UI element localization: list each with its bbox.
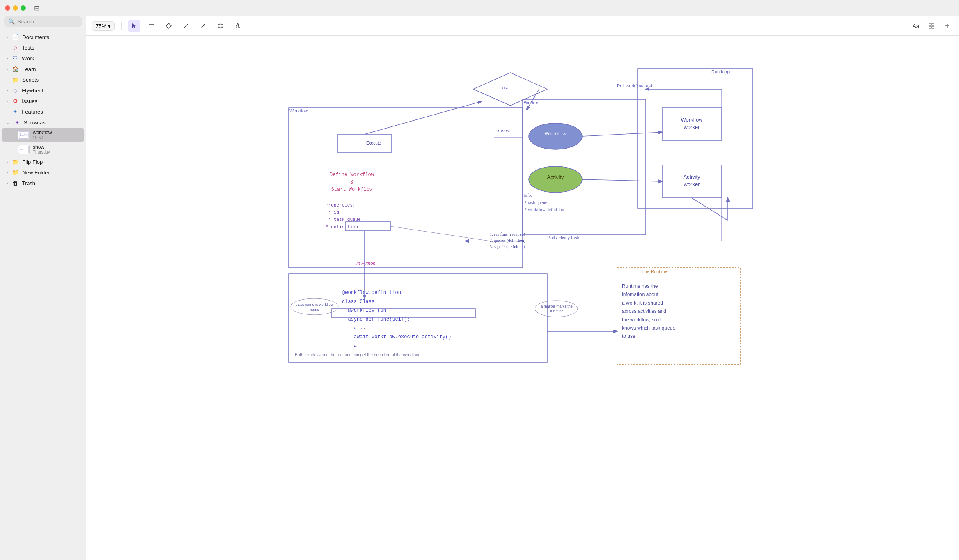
document-icon: 📄 (12, 34, 19, 40)
minimize-button[interactable] (13, 5, 18, 11)
rectangle-tool-button[interactable] (145, 20, 158, 32)
diamond-icon: ◇ (12, 87, 18, 94)
sidebar-item-issues[interactable]: › ⚙ Issues (2, 96, 84, 106)
in-python-label: In Python (356, 261, 375, 266)
svg-line-45 (692, 198, 728, 220)
shield-icon: 🛡 (12, 55, 18, 62)
toolbar: 75% ▾ A Aa + (86, 16, 959, 36)
traffic-lights (5, 5, 26, 11)
svg-rect-19 (523, 99, 646, 235)
chevron-icon: › (7, 181, 8, 186)
show-item-time: Thursday (33, 150, 50, 154)
sidebar-sub-item-workflow[interactable]: workflow 19:50 (2, 128, 84, 142)
gear-icon: ⚙ (12, 98, 18, 104)
titlebar: ⊞ (0, 0, 959, 16)
sidebar: 🔍 Search › 📄 Documents › ◇ Tests › 🛡 Wor… (0, 0, 86, 560)
runtime-label: The Runtime (642, 269, 668, 274)
diamond-icon: ◇ (12, 44, 18, 51)
sidebar-item-label: Work (22, 55, 34, 62)
chevron-icon: › (7, 56, 8, 61)
sidebar-toggle-button[interactable]: ⊞ (34, 4, 39, 12)
svg-text:show: show (20, 148, 24, 150)
diamond-tool-button[interactable] (163, 20, 175, 32)
chevron-icon: › (7, 110, 8, 114)
close-button[interactable] (5, 5, 10, 11)
sidebar-item-label: Learn (22, 66, 36, 72)
svg-rect-15 (932, 26, 934, 28)
zoom-selector[interactable]: 75% ▾ (92, 21, 115, 31)
svg-rect-14 (929, 26, 931, 28)
svg-rect-0 (19, 131, 28, 138)
workflow-item-name: workflow (33, 130, 52, 135)
font-size-button[interactable]: Aa (910, 20, 922, 32)
workflow-item-meta: workflow 19:50 (33, 130, 52, 140)
run-loop-label: Run loop (711, 69, 730, 74)
svg-line-31 (365, 101, 482, 134)
add-button[interactable]: + (941, 20, 953, 32)
info-text: Info: * task queue * workflow definition (523, 192, 564, 213)
grid-button[interactable] (925, 20, 938, 32)
sidebar-item-documents[interactable]: › 📄 Documents (2, 32, 84, 42)
sidebar-item-label: Scripts (22, 77, 39, 83)
activity-worker-label: Activityworker (667, 173, 716, 188)
svg-rect-6 (149, 24, 154, 28)
marker-note: a marker marks the run func (538, 304, 575, 314)
toolbar-separator (121, 22, 122, 30)
worker-box-label: Worker (524, 100, 538, 105)
sidebar-item-label: Documents (22, 34, 49, 40)
svg-line-8 (184, 24, 188, 28)
sidebar-item-work[interactable]: › 🛡 Work (2, 53, 84, 63)
zoom-chevron-icon: ▾ (108, 23, 111, 29)
chevron-icon: › (7, 88, 8, 93)
svg-line-36 (582, 179, 662, 181)
sidebar-item-label: Tests (22, 45, 34, 51)
xxx-label: xxx (501, 85, 508, 90)
search-input[interactable]: 🔍 Search (4, 16, 82, 27)
poll-activity-label: Poll activity task (547, 235, 579, 240)
sidebar-item-trash[interactable]: › 🗑 Trash (2, 178, 84, 188)
sidebar-item-learn[interactable]: › 🏠 Learn (2, 64, 84, 74)
arrow-tool-button[interactable] (197, 20, 209, 32)
svg-marker-7 (166, 23, 171, 28)
sidebar-item-label: New Folder (22, 170, 49, 176)
chevron-icon: › (7, 67, 8, 71)
show-thumbnail: show (18, 145, 30, 154)
folder-icon: 📁 (12, 169, 19, 176)
sidebar-item-scripts[interactable]: › 📁 Scripts (2, 75, 84, 85)
chevron-icon: › (7, 99, 8, 103)
sidebar-item-label: Flywheel (22, 87, 43, 94)
class-name-note: class name is workflow name (295, 303, 334, 312)
show-item-name: show (33, 144, 50, 150)
sidebar-item-label: Flip Flop (22, 159, 43, 165)
svg-rect-13 (932, 23, 934, 25)
sidebar-item-tests[interactable]: › ◇ Tests (2, 43, 84, 53)
code-footer: Both the class and the run func can get … (295, 353, 419, 357)
zoom-label: 75% (96, 23, 106, 29)
svg-line-33 (527, 89, 539, 110)
chevron-down-icon: ⌄ (7, 120, 10, 125)
sidebar-item-flywheel[interactable]: › ◇ Flywheel (2, 85, 84, 95)
select-tool-button[interactable] (128, 20, 140, 32)
svg-point-11 (218, 24, 223, 28)
canvas[interactable]: Workflow Execute Define Workflow&Start W… (86, 36, 959, 560)
workflow-box-label: Workflow (289, 108, 308, 113)
workflow-worker-label: Workflowworker (667, 116, 716, 131)
folder-icon: 📁 (12, 76, 19, 83)
svg-line-35 (582, 132, 662, 136)
sidebar-sub-item-show[interactable]: show show Thursday (2, 142, 84, 156)
sidebar-item-newfolder[interactable]: › 📁 New Folder (2, 168, 84, 177)
execute-label: Execute (347, 141, 400, 145)
worker-list: 1. run func (required)2. queries (defini… (490, 231, 525, 250)
sidebar-item-label: Issues (22, 98, 37, 104)
maximize-button[interactable] (21, 5, 26, 11)
sidebar-item-label: Showcase (24, 119, 48, 126)
main-content: 75% ▾ A Aa + (86, 16, 959, 560)
sidebar-item-showcase[interactable]: ⌄ ✦ Showcase (2, 117, 84, 127)
sidebar-item-label: Trash (22, 180, 35, 186)
ellipse-tool-button[interactable] (214, 20, 227, 32)
sidebar-item-flipflop[interactable]: › 📁 Flip Flop (2, 157, 84, 167)
sidebar-item-features[interactable]: › ✦ Features (2, 107, 84, 117)
trash-icon: 🗑 (12, 180, 18, 186)
line-tool-button[interactable] (180, 20, 192, 32)
text-tool-button[interactable]: A (232, 20, 244, 32)
